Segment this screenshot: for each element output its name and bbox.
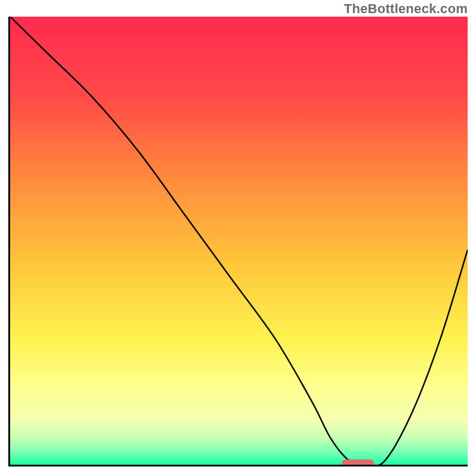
watermark-text: TheBottleneck.com [344, 1, 468, 17]
chart-frame: TheBottleneck.com [0, 0, 476, 476]
plot-svg [10, 17, 468, 465]
plot-axes [8, 17, 468, 466]
minimum-marker [342, 459, 374, 465]
